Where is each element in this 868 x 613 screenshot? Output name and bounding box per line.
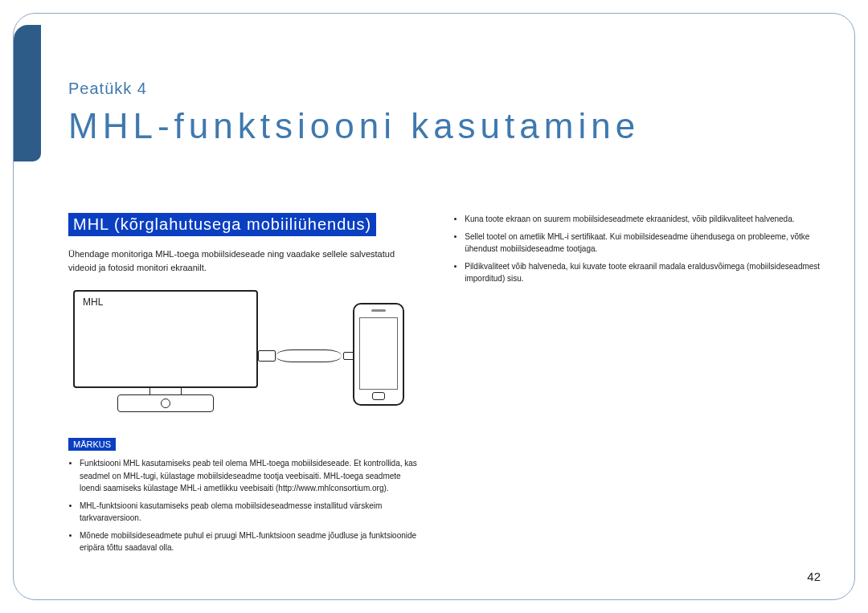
intro-paragraph: Ühendage monitoriga MHL-toega mobiilside…: [68, 247, 423, 274]
list-item: Sellel tootel on ametlik MHL-i sertifika…: [465, 231, 822, 255]
left-column: MHL (kõrglahutusega mobiiliühendus) Ühen…: [68, 213, 423, 559]
phone-icon: [353, 303, 404, 406]
page-number: 42: [807, 570, 821, 583]
accent-bar: [14, 25, 41, 161]
list-item: Funktsiooni MHL kasutamiseks peab teil o…: [80, 457, 423, 495]
monitor-base: [117, 394, 214, 412]
monitor-screen: MHL: [73, 290, 258, 388]
phone-screen: [359, 317, 398, 390]
list-item: Mõnede mobiilsideseadmete puhul ei pruug…: [80, 529, 423, 554]
right-notes-list: Kuna toote ekraan on suurem mobiilsidese…: [453, 213, 822, 285]
cable-line: [276, 349, 342, 362]
mhl-cable-icon: [258, 348, 354, 364]
list-item: Kuna toote ekraan on suurem mobiilsidese…: [465, 213, 822, 226]
connection-illustration: MHL: [73, 285, 395, 422]
page-frame: Peatükk 4 MHL-funktsiooni kasutamine MHL…: [13, 13, 855, 600]
hdmi-plug-icon: [258, 350, 276, 362]
note-badge: MÄRKUS: [68, 438, 116, 451]
list-item: MHL-funktsiooni kasutamiseks peab olema …: [80, 500, 423, 525]
monitor-icon: MHL: [73, 290, 258, 403]
list-item: Pildikvaliteet võib halveneda, kui kuvat…: [465, 260, 822, 285]
page-title: MHL-funktsiooni kasutamine: [68, 106, 640, 146]
content-columns: MHL (kõrglahutusega mobiiliühendus) Ühen…: [68, 213, 822, 559]
section-heading: MHL (kõrglahutusega mobiiliühendus): [68, 213, 376, 236]
chapter-label: Peatükk 4: [68, 80, 640, 98]
mhl-port-label: MHL: [83, 296, 103, 308]
right-column: Kuna toote ekraan on suurem mobiilsidese…: [453, 213, 822, 559]
header: Peatükk 4 MHL-funktsiooni kasutamine: [68, 80, 640, 146]
left-notes-list: Funktsiooni MHL kasutamiseks peab teil o…: [68, 457, 423, 554]
